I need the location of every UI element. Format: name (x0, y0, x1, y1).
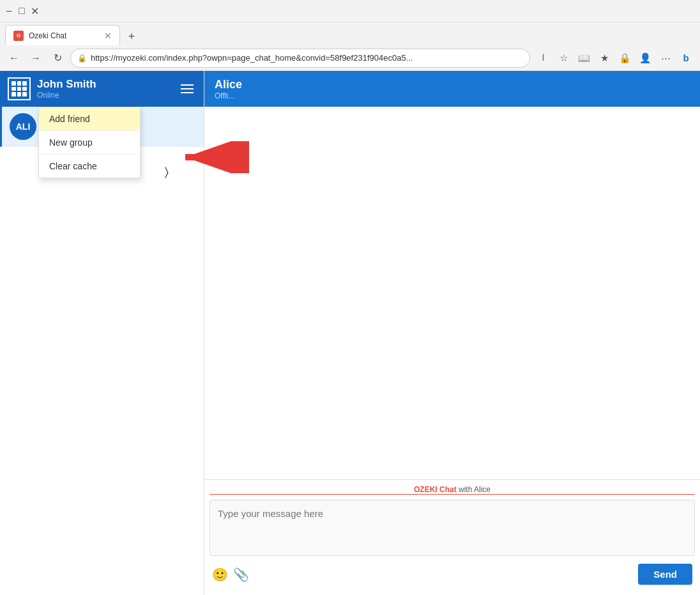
chat-area: Alice Offli... OZEKI Chat with Alice 🙂 📎… (204, 71, 700, 595)
grid-dot (22, 87, 27, 91)
url-text: https://myozeki.com/index.php?owpn=page_… (91, 53, 523, 63)
close-window-button[interactable]: ✕ (31, 7, 38, 15)
tab-bar: O Ozeki Chat ✕ + (0, 22, 700, 45)
brand-label: OZEKI Chat (414, 485, 457, 494)
grid-dot (17, 87, 22, 91)
chat-contact-info: Alice Offli... (215, 78, 242, 100)
favorites-bar-button[interactable]: ★ (595, 49, 613, 67)
chat-contact-status: Offli... (215, 91, 242, 100)
tab-title: Ozeki Chat (29, 31, 66, 40)
user-info: John Smith Online (37, 78, 172, 100)
minimize-button[interactable]: – (5, 7, 13, 15)
sidebar-header: John Smith Online (0, 71, 204, 107)
reading-list-button[interactable]: 📖 (575, 49, 593, 67)
message-input-area: OZEKI Chat with Alice 🙂 📎 Send (204, 479, 700, 595)
grid-dot (22, 81, 27, 86)
back-button[interactable]: ← (5, 49, 23, 67)
new-tab-icon: + (128, 30, 135, 43)
send-button[interactable]: Send (638, 564, 692, 585)
grid-dot (17, 92, 22, 97)
sidebar: John Smith Online Add friend New group C… (0, 71, 204, 595)
chat-label: OZEKI Chat with Alice (209, 485, 695, 495)
browser-toolbar: ← → ↻ 🔒 https://myozeki.com/index.php?ow… (0, 45, 700, 71)
username-label: John Smith (37, 78, 172, 91)
annotation-arrow (172, 141, 249, 173)
chat-messages (204, 107, 700, 479)
favicon-letter: O (17, 33, 20, 38)
forward-button[interactable]: → (27, 49, 45, 67)
chat-header: Alice Offli... (204, 71, 700, 107)
hamburger-line (181, 92, 194, 93)
grid-dot (22, 92, 27, 97)
grid-dot (11, 87, 16, 91)
app-grid-icon[interactable] (8, 77, 31, 100)
chat-contact-name: Alice (215, 78, 242, 91)
hamburger-menu-button[interactable] (178, 82, 196, 96)
lock-icon: 🔒 (77, 54, 87, 63)
hamburger-line (181, 84, 194, 86)
grid-dot (11, 81, 16, 86)
browser-essentials-button[interactable]: 🔒 (616, 49, 634, 67)
grid-dot (11, 92, 16, 97)
grid-dot (17, 81, 22, 86)
browser-frame: – □ ✕ O Ozeki Chat ✕ + ← → ↻ 🔒 https://m… (0, 0, 700, 595)
app-content: John Smith Online Add friend New group C… (0, 71, 700, 595)
active-tab[interactable]: O Ozeki Chat ✕ (5, 25, 120, 45)
contact-list: ALI Alice No messa... (0, 107, 204, 595)
address-bar[interactable]: 🔒 https://myozeki.com/index.php?owpn=pag… (70, 49, 530, 68)
status-label: Online (37, 91, 172, 100)
tab-close-button[interactable]: ✕ (104, 31, 112, 41)
attachment-button[interactable]: 📎 (233, 567, 249, 582)
profile-button[interactable]: 👤 (636, 49, 654, 67)
dropdown-menu: Add friend New group Clear cache (38, 107, 141, 178)
chat-label-rest: with Alice (457, 485, 491, 494)
emoji-button[interactable]: 🙂 (212, 567, 228, 582)
add-friend-menu-item[interactable]: Add friend (39, 107, 140, 131)
new-tab-button[interactable]: + (123, 27, 141, 45)
maximize-button[interactable]: □ (18, 7, 26, 15)
clear-cache-menu-item[interactable]: Clear cache (39, 155, 140, 178)
browser-titlebar: – □ ✕ (0, 0, 700, 22)
new-group-menu-item[interactable]: New group (39, 131, 140, 155)
toolbar-icons: ｌ ☆ 📖 ★ 🔒 👤 ⋯ b (534, 49, 695, 67)
bing-copilot-button[interactable]: b (677, 49, 695, 67)
refresh-button[interactable]: ↻ (49, 49, 66, 67)
reader-mode-button[interactable]: ｌ (534, 49, 552, 67)
more-button[interactable]: ⋯ (657, 49, 674, 67)
tab-favicon: O (13, 31, 24, 41)
avatar: ALI (10, 113, 36, 140)
message-toolbar: 🙂 📎 Send (209, 559, 695, 590)
favorites-button[interactable]: ☆ (554, 49, 572, 67)
hamburger-line (181, 88, 194, 89)
message-input[interactable] (209, 500, 695, 556)
window-controls: – □ ✕ (5, 7, 38, 15)
